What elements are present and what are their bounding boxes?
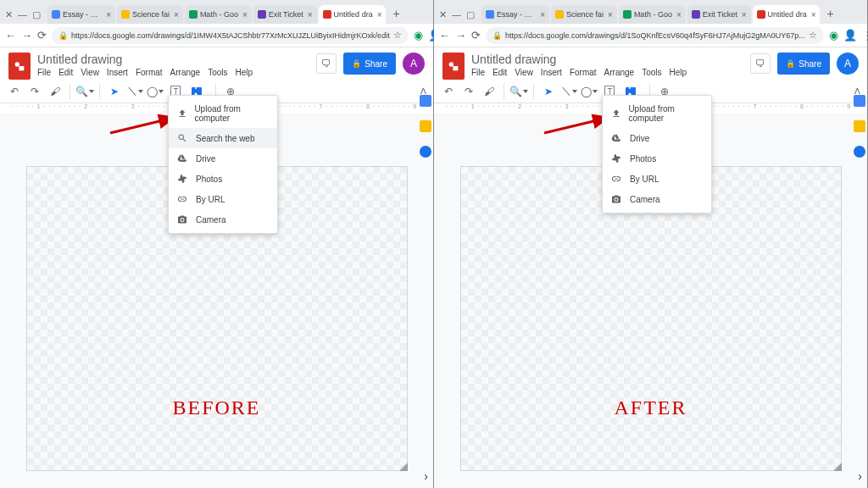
close-icon[interactable]: × — [242, 10, 248, 19]
new-tab-button[interactable]: + — [821, 7, 838, 24]
new-tab-button[interactable]: + — [387, 7, 404, 24]
comments-button[interactable]: 🗨 — [316, 53, 337, 74]
calendar-icon[interactable] — [854, 95, 865, 107]
select-tool[interactable]: ➤ — [541, 84, 556, 99]
close-icon[interactable]: × — [308, 10, 313, 19]
menu-format[interactable]: Format — [570, 68, 597, 77]
document-title[interactable]: Untitled drawing — [37, 53, 309, 66]
close-icon[interactable]: × — [377, 10, 382, 19]
browser-tab[interactable]: Math - Goo× — [619, 5, 686, 24]
dropdown-item-drive[interactable]: Drive — [169, 148, 277, 169]
line-tool[interactable]: ＼ — [127, 84, 142, 99]
share-button[interactable]: 🔒Share — [343, 53, 396, 75]
shape-tool[interactable]: ◯ — [147, 84, 163, 99]
paint-format-button[interactable]: 🖌 — [481, 84, 497, 99]
menu-arrange[interactable]: Arrange — [604, 68, 635, 77]
dropdown-item-camera[interactable]: Camera — [603, 189, 711, 209]
profile-icon[interactable]: 👤 — [843, 29, 857, 42]
url-input[interactable]: 🔒 https://docs.google.com/drawings/d/1IM… — [52, 27, 409, 44]
menu-help[interactable]: Help — [669, 68, 687, 77]
url-input[interactable]: 🔒 https://docs.google.com/drawings/d/1So… — [486, 27, 824, 44]
browser-tab[interactable]: Exit Ticket× — [687, 5, 751, 24]
menu-edit[interactable]: Edit — [58, 68, 73, 77]
bookmark-icon[interactable]: ☆ — [809, 30, 817, 41]
maximize-icon[interactable]: ▢ — [32, 9, 41, 20]
browser-tab[interactable]: Essay - Goo× — [481, 5, 549, 24]
dropdown-item-photos[interactable]: Photos — [169, 169, 277, 189]
dropdown-item-link[interactable]: By URL — [169, 189, 277, 209]
resize-handle[interactable] — [833, 463, 842, 471]
menu-icon[interactable]: ⋮ — [862, 29, 868, 42]
menu-view[interactable]: View — [515, 68, 533, 77]
extension-icon[interactable]: ◉ — [414, 29, 423, 42]
browser-tab-active[interactable]: Untitled dra× — [753, 5, 821, 24]
close-icon[interactable]: × — [608, 10, 613, 19]
menu-help[interactable]: Help — [235, 68, 253, 77]
browser-tab[interactable]: Science fai× — [117, 5, 183, 24]
dropdown-item-camera[interactable]: Camera — [169, 209, 277, 230]
browser-tab[interactable]: Science fai× — [551, 5, 617, 24]
close-icon[interactable]: × — [174, 10, 179, 19]
close-icon[interactable]: × — [676, 10, 682, 19]
drawings-logo[interactable] — [442, 53, 465, 80]
select-tool[interactable]: ➤ — [107, 84, 122, 99]
redo-button[interactable]: ↷ — [461, 84, 476, 99]
reload-button[interactable]: ⟳ — [37, 29, 47, 42]
calendar-icon[interactable] — [420, 95, 431, 107]
dropdown-item-upload[interactable]: Upload from computer — [603, 99, 711, 128]
comments-button[interactable]: 🗨 — [750, 53, 771, 74]
reload-button[interactable]: ⟳ — [471, 29, 481, 42]
menu-format[interactable]: Format — [136, 68, 163, 77]
tasks-icon[interactable] — [420, 146, 431, 158]
bookmark-icon[interactable]: ☆ — [393, 30, 402, 41]
menu-view[interactable]: View — [81, 68, 99, 77]
menu-edit[interactable]: Edit — [492, 68, 507, 77]
menu-insert[interactable]: Insert — [541, 68, 562, 77]
zoom-button[interactable]: 🔍 — [77, 84, 92, 99]
minimize-icon[interactable]: — — [18, 9, 27, 20]
close-icon[interactable]: × — [106, 10, 111, 19]
tasks-icon[interactable] — [854, 146, 865, 158]
shape-tool[interactable]: ◯ — [581, 84, 597, 99]
dropdown-item-photos[interactable]: Photos — [603, 148, 711, 169]
close-icon[interactable]: ✕ — [5, 9, 13, 20]
paint-format-button[interactable]: 🖌 — [47, 84, 63, 99]
undo-button[interactable]: ↶ — [7, 84, 22, 99]
back-button[interactable]: ← — [5, 29, 16, 42]
browser-tab[interactable]: Essay - Goo× — [47, 5, 115, 24]
browser-tab-active[interactable]: Untitled dra× — [319, 5, 387, 24]
maximize-icon[interactable]: ▢ — [466, 9, 475, 20]
menu-file[interactable]: File — [471, 68, 485, 77]
minimize-icon[interactable]: — — [452, 9, 461, 20]
resize-handle[interactable] — [399, 463, 408, 471]
account-avatar[interactable]: A — [837, 53, 859, 75]
redo-button[interactable]: ↷ — [27, 84, 42, 99]
dropdown-item-search[interactable]: Search the web — [169, 128, 277, 148]
menu-tools[interactable]: Tools — [642, 68, 661, 77]
document-title[interactable]: Untitled drawing — [471, 53, 743, 66]
explore-toggle[interactable]: › — [858, 469, 862, 483]
close-icon[interactable]: × — [540, 10, 545, 19]
forward-button[interactable]: → — [21, 29, 32, 42]
zoom-button[interactable]: 🔍 — [511, 84, 526, 99]
menu-file[interactable]: File — [37, 68, 51, 77]
close-icon[interactable]: × — [811, 10, 816, 19]
drawings-logo[interactable] — [8, 53, 31, 80]
menu-insert[interactable]: Insert — [107, 68, 128, 77]
dropdown-item-link[interactable]: By URL — [603, 169, 711, 189]
browser-tab[interactable]: Math - Goo× — [185, 5, 252, 24]
menu-arrange[interactable]: Arrange — [170, 68, 201, 77]
dropdown-item-upload[interactable]: Upload from computer — [169, 99, 277, 128]
share-button[interactable]: 🔒Share — [777, 53, 830, 75]
extension-icon[interactable]: ◉ — [829, 29, 838, 42]
close-icon[interactable]: × — [742, 10, 747, 19]
menu-tools[interactable]: Tools — [208, 68, 227, 77]
account-avatar[interactable]: A — [403, 53, 425, 75]
back-button[interactable]: ← — [439, 29, 450, 42]
keep-icon[interactable] — [854, 120, 865, 132]
browser-tab[interactable]: Exit Ticket× — [253, 5, 317, 24]
dropdown-item-drive[interactable]: Drive — [603, 128, 711, 148]
close-icon[interactable]: ✕ — [439, 9, 447, 20]
undo-button[interactable]: ↶ — [441, 84, 456, 99]
explore-toggle[interactable]: › — [424, 469, 428, 483]
